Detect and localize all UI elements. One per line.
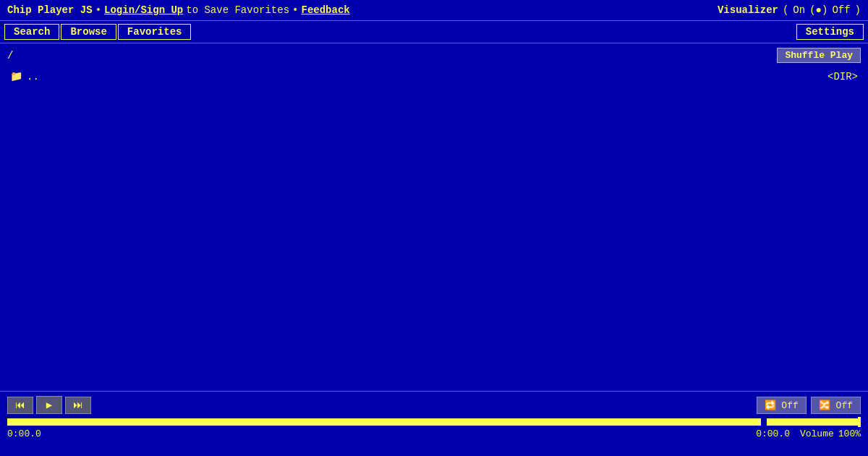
app-title: Chip Player JS: [7, 4, 93, 16]
save-text: to Save Favorites: [186, 4, 289, 16]
file-type: <DIR>: [827, 71, 858, 83]
file-list: 📁 .. <DIR>: [7, 69, 861, 84]
volume-fill: [767, 418, 861, 426]
folder-icon: 📁: [10, 70, 22, 83]
time-current: 0:00.0: [7, 428, 41, 439]
shuffle-button[interactable]: 🔀 Off: [811, 397, 861, 414]
feedback-link[interactable]: Feedback: [301, 4, 349, 16]
play-button[interactable]: ▶: [36, 396, 62, 414]
volume-label: Volume: [800, 428, 834, 439]
separator2: •: [292, 4, 298, 16]
visualizer-off-option[interactable]: Off: [832, 4, 850, 16]
visualizer-label: Visualizer: [718, 4, 778, 16]
current-path: /: [7, 50, 13, 62]
vis-close-paren: ): [855, 4, 861, 16]
main-content: / Shuffle Play 📁 .. <DIR>: [0, 43, 868, 378]
nav-tabs: Search Browse Favorites Settings: [0, 21, 868, 43]
progress-bar[interactable]: [7, 418, 761, 426]
list-item[interactable]: 📁 .. <DIR>: [7, 69, 861, 84]
progress-row: [7, 418, 861, 426]
next-button[interactable]: ⏭: [65, 397, 91, 414]
volume-percent: 100%: [838, 428, 861, 439]
progress-fill: [7, 418, 22, 426]
login-link[interactable]: Login/Sign Up: [104, 4, 183, 16]
vis-active-dot: (●): [809, 4, 827, 16]
tab-favorites[interactable]: Favorites: [118, 24, 192, 40]
controls-right: 🔁 Off 🔀 Off: [757, 397, 861, 414]
volume-bar[interactable]: [767, 418, 861, 426]
prev-button[interactable]: ⏮: [7, 397, 33, 414]
file-name: ..: [27, 71, 39, 83]
volume-container: [767, 418, 861, 426]
tab-browse[interactable]: Browse: [61, 24, 116, 40]
time-row: 0:00.0 0:00.0 Volume 100%: [7, 428, 861, 439]
controls-left: ⏮ ▶ ⏭: [7, 396, 91, 414]
shuffle-play-button[interactable]: Shuffle Play: [777, 48, 861, 63]
controls-row: ⏮ ▶ ⏭ 🔁 Off 🔀 Off: [7, 396, 861, 414]
nav-tabs-left: Search Browse Favorites: [4, 24, 796, 40]
header-right: Visualizer ( On (●) Off ): [718, 4, 861, 16]
path-bar: / Shuffle Play: [7, 48, 861, 63]
header: Chip Player JS • Login/Sign Up to Save F…: [0, 0, 868, 21]
visualizer-on-option[interactable]: On: [793, 4, 805, 16]
volume-thumb: [858, 417, 861, 427]
vis-open-paren: (: [783, 4, 788, 16]
tab-search[interactable]: Search: [4, 24, 59, 40]
separator1: •: [95, 4, 101, 16]
settings-button[interactable]: Settings: [796, 24, 864, 40]
player-area: ⏮ ▶ ⏭ 🔁 Off 🔀 Off 0:00.0 0:00.0 Volume 1…: [0, 391, 868, 456]
time-total: 0:00.0: [756, 428, 790, 439]
header-left: Chip Player JS • Login/Sign Up to Save F…: [7, 4, 350, 16]
file-item-left: 📁 ..: [10, 70, 39, 83]
repeat-button[interactable]: 🔁 Off: [757, 397, 807, 414]
